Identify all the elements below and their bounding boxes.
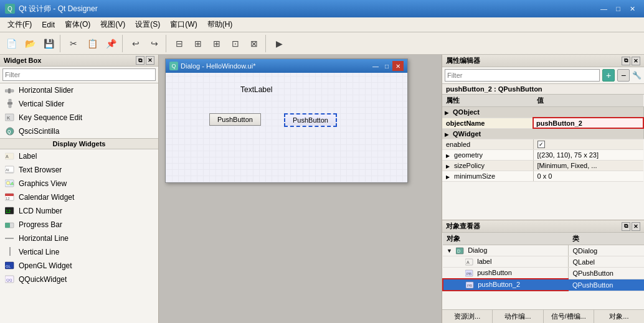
checkbox-enabled[interactable]: ✓	[537, 141, 545, 148]
widget-list: Horizontal Slider Vertical Slider K Key …	[0, 83, 158, 323]
copy-button[interactable]: 📋	[83, 35, 101, 52]
list-item[interactable]: Horizontal Slider	[0, 83, 158, 97]
expand-icon: ▶	[446, 174, 450, 180]
menu-help[interactable]: 帮助(H)	[202, 18, 238, 31]
svg-text:PB: PB	[467, 284, 472, 288]
menu-file[interactable]: 文件(F)	[2, 18, 37, 31]
list-item[interactable]: Vertical Line	[0, 245, 158, 259]
dialog-icon: Q	[169, 62, 178, 70]
preview-button[interactable]: ▶	[270, 35, 288, 52]
open-button[interactable]: 📂	[21, 35, 39, 52]
table-row[interactable]: enabled ✓	[442, 139, 643, 150]
props-title: 属性编辑器	[446, 56, 480, 65]
widget-label: Text Browser	[19, 166, 62, 174]
class-name: QLabel	[569, 256, 644, 268]
dialog-content[interactable]: TextLabel PushButton PushButton	[166, 73, 407, 182]
layout-g-button[interactable]: ⊞	[208, 35, 225, 52]
widget-label: OpenGL Widget	[19, 261, 72, 270]
save-button[interactable]: 💾	[40, 35, 57, 52]
props-float[interactable]: ⧉	[622, 57, 630, 65]
app-icon: Q	[5, 4, 15, 14]
list-item[interactable]: QQ QQuickWidget	[0, 273, 158, 286]
objects-tab[interactable]: 对象...	[594, 310, 644, 323]
widget-label: Horizontal Slider	[19, 86, 73, 95]
add-property-button[interactable]: +	[602, 69, 615, 82]
graphics-icon	[5, 179, 15, 189]
svg-rect-17	[5, 194, 14, 196]
cut-button[interactable]: ✂	[65, 35, 82, 52]
list-item[interactable]: AI Text Browser	[0, 163, 158, 177]
break-layout-button[interactable]: ⊠	[245, 35, 263, 52]
table-row[interactable]: ▶ minimumSize 0 x 0	[442, 171, 643, 182]
dialog-close[interactable]: ✕	[392, 61, 404, 71]
table-row[interactable]: A label QLabel	[443, 256, 644, 268]
menu-view[interactable]: 视图(V)	[95, 18, 130, 31]
dialog-maximize[interactable]: □	[381, 61, 392, 71]
widget-box-float[interactable]: ⧉	[136, 56, 144, 65]
dialog-minimize[interactable]: —	[370, 61, 381, 71]
dialog-window[interactable]: Q Dialog - HelloWindow.ui* — □ ✕ TextLab…	[165, 59, 408, 183]
list-item[interactable]: 12 LCD Number	[0, 204, 158, 218]
layout-h-button[interactable]: ⊟	[171, 35, 188, 52]
menu-settings[interactable]: 设置(S)	[130, 18, 165, 31]
actions-tab[interactable]: 动作编...	[493, 310, 543, 323]
menu-form[interactable]: 窗体(O)	[60, 18, 95, 31]
widget-box-close[interactable]: ✕	[146, 56, 154, 65]
table-row[interactable]: PB pushButton QPushButton	[443, 268, 644, 279]
svg-text:12: 12	[6, 209, 11, 213]
list-item[interactable]: GL OpenGL Widget	[0, 259, 158, 273]
new-button[interactable]: 📄	[2, 35, 20, 52]
redo-button[interactable]: ↪	[146, 35, 163, 52]
list-item[interactable]: Progress Bar	[0, 218, 158, 232]
props-close[interactable]: ✕	[632, 57, 640, 65]
push-button-1[interactable]: PushButton	[209, 113, 261, 126]
props-filter-input[interactable]	[445, 69, 600, 82]
minimize-button[interactable]: —	[597, 2, 610, 16]
object-info-text: pushButton_2 : QPushButton	[446, 85, 542, 93]
inspector-float[interactable]: ⧉	[622, 222, 630, 231]
maximize-button[interactable]: □	[612, 2, 625, 16]
close-button[interactable]: ✕	[626, 2, 639, 16]
table-row[interactable]: ▼ D Dialog QDialog	[443, 245, 644, 256]
table-row[interactable]: ▶ sizePolicy [Minimum, Fixed, ...	[442, 161, 643, 171]
resources-tab[interactable]: 资源浏...	[442, 310, 493, 323]
prop-value[interactable]: pushButton_2	[533, 118, 643, 128]
svg-text:D: D	[457, 249, 460, 253]
section-label: ▶ QObject	[442, 107, 643, 118]
obj-name: PB pushButton	[443, 268, 569, 279]
prop-value: [Minimum, Fixed, ...	[533, 161, 643, 171]
canvas-area[interactable]: Q Dialog - HelloWindow.ui* — □ ✕ TextLab…	[159, 55, 442, 323]
prop-value: [(230, 110), 75 x 23]	[533, 150, 643, 161]
widget-label: QQuickWidget	[19, 275, 67, 284]
obj-name: A label	[443, 256, 569, 268]
menu-window[interactable]: 窗口(W)	[165, 18, 202, 31]
table-row[interactable]: objectName pushButton_2	[442, 118, 643, 128]
undo-button[interactable]: ↩	[127, 35, 144, 52]
layout-v-button[interactable]: ⊞	[189, 35, 207, 52]
list-item[interactable]: Horizontal Line	[0, 232, 158, 245]
tree-arrow: ▼	[447, 248, 454, 254]
remove-property-button[interactable]: −	[617, 69, 630, 82]
widget-label: Graphics View	[19, 179, 67, 188]
list-item[interactable]: Q QsciScintilla	[0, 124, 158, 138]
layout-f-button[interactable]: ⊡	[227, 35, 244, 52]
window-controls: — □ ✕	[597, 2, 639, 16]
list-item[interactable]: A Label	[0, 149, 158, 163]
menu-edit[interactable]: Edit	[37, 19, 60, 30]
wrench-icon[interactable]: 🔧	[632, 71, 642, 80]
svg-text:QQ: QQ	[6, 278, 12, 282]
table-row[interactable]: ▶ geometry [(230, 110), 75 x 23]	[442, 150, 643, 161]
list-item[interactable]: Vertical Slider	[0, 97, 158, 111]
prop-name: enabled	[442, 139, 533, 150]
widget-filter-input[interactable]	[2, 68, 156, 81]
triangle-icon: ▶	[445, 132, 448, 138]
list-item[interactable]: Graphics View	[0, 177, 158, 190]
list-item[interactable]: 12 Calendar Widget	[0, 190, 158, 204]
list-item[interactable]: K Key Sequence Edit	[0, 111, 158, 124]
table-row[interactable]: PB pushButton_2 QPushButton	[443, 279, 644, 291]
svg-point-14	[6, 181, 10, 185]
signals-tab[interactable]: 信号/槽编...	[544, 310, 594, 323]
paste-button[interactable]: 📌	[102, 35, 120, 52]
push-button-2[interactable]: PushButton	[284, 113, 337, 127]
inspector-close[interactable]: ✕	[632, 222, 640, 231]
